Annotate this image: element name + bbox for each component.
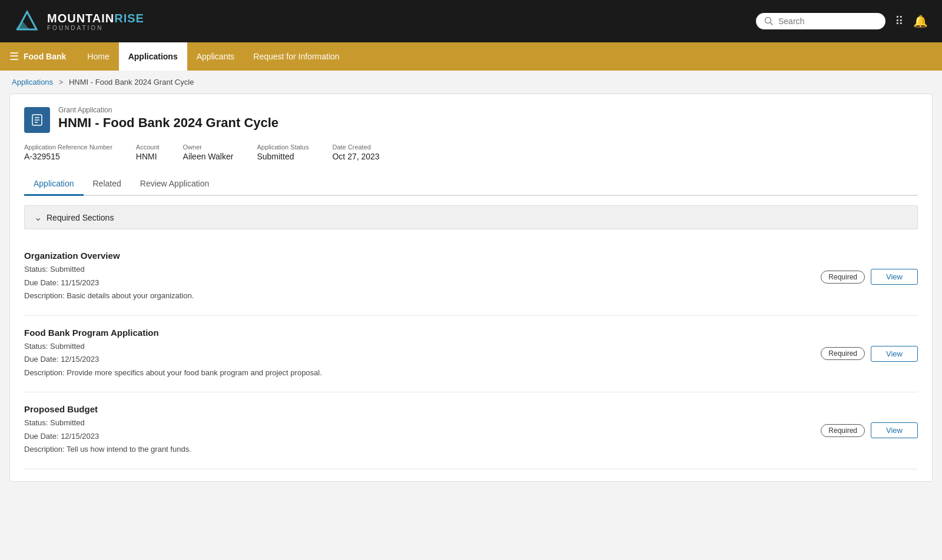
- meta-account: Account HNMI: [136, 144, 160, 161]
- meta-owner-value: Aileen Walker: [183, 152, 234, 161]
- tab-review-application[interactable]: Review Application: [131, 173, 219, 196]
- meta-status-label: Application Status: [257, 144, 309, 151]
- required-sections-header[interactable]: ⌄ Required Sections: [24, 205, 918, 229]
- nav-item-applicants[interactable]: Applicants: [187, 42, 244, 71]
- badge-required-org-overview: Required: [821, 271, 865, 284]
- meta-owner: Owner Aileen Walker: [183, 144, 234, 161]
- section-item-proposed-budget-info: Proposed Budget Status: Submitted Due Da…: [24, 404, 191, 457]
- section-status-org-overview: Status: Submitted: [24, 264, 194, 275]
- top-navigation: MOUNTAINRISE FOUNDATION ⠿ 🔔: [0, 0, 942, 42]
- search-icon: [764, 16, 774, 26]
- section-item-food-bank-program: Food Bank Program Application Status: Su…: [24, 316, 918, 393]
- search-box[interactable]: [756, 13, 885, 29]
- required-sections-label: Required Sections: [47, 213, 114, 222]
- meta-status: Application Status Submitted: [257, 144, 309, 161]
- tab-related[interactable]: Related: [84, 173, 131, 196]
- logo-text: MOUNTAINRISE FOUNDATION: [47, 12, 144, 31]
- logo-icon: [14, 8, 40, 34]
- svg-marker-1: [15, 21, 29, 29]
- search-input[interactable]: [778, 16, 877, 26]
- section-status-proposed-budget: Status: Submitted: [24, 417, 191, 429]
- secondary-navigation: ☰ Food Bank Home Applications Applicants…: [0, 42, 942, 71]
- brand-name: MOUNTAINRISE: [47, 12, 144, 25]
- section-title-org-overview: Organization Overview: [24, 251, 194, 261]
- meta-status-value: Submitted: [257, 152, 309, 161]
- section-item-proposed-budget: Proposed Budget Status: Submitted Due Da…: [24, 392, 918, 469]
- grant-label: Grant Application: [58, 106, 278, 114]
- section-item-food-bank-program-info: Food Bank Program Application Status: Su…: [24, 328, 322, 381]
- meta-row: Application Reference Number A-329515 Ac…: [24, 144, 918, 161]
- meta-account-value: HNMI: [136, 152, 160, 161]
- section-item-org-overview-info: Organization Overview Status: Submitted …: [24, 251, 194, 304]
- main-card: Grant Application HNMI - Food Bank 2024 …: [9, 94, 933, 482]
- meta-ref-num: Application Reference Number A-329515: [24, 144, 112, 161]
- meta-ref-num-label: Application Reference Number: [24, 144, 112, 151]
- grant-title: HNMI - Food Bank 2024 Grant Cycle: [58, 115, 278, 131]
- nav-item-rfi[interactable]: Request for Information: [244, 42, 349, 71]
- section-title-food-bank-program: Food Bank Program Application: [24, 328, 322, 338]
- meta-date-created: Date Created Oct 27, 2023: [332, 144, 379, 161]
- brand-sub: FOUNDATION: [47, 25, 144, 31]
- section-desc-food-bank-program: Description: Provide more specifics abou…: [24, 367, 322, 379]
- meta-account-label: Account: [136, 144, 160, 151]
- view-button-proposed-budget[interactable]: View: [871, 422, 918, 438]
- section-due-date-food-bank-program: Due Date: 12/15/2023: [24, 354, 322, 365]
- svg-line-3: [771, 23, 773, 25]
- section-desc-proposed-budget: Description: Tell us how intend to the g…: [24, 444, 191, 455]
- breadcrumb-link-applications[interactable]: Applications: [12, 78, 53, 86]
- view-button-food-bank-program[interactable]: View: [871, 346, 918, 362]
- notification-bell-icon[interactable]: 🔔: [913, 14, 928, 28]
- meta-date-created-value: Oct 27, 2023: [332, 152, 379, 161]
- tabs: Application Related Review Application: [24, 173, 918, 196]
- section-item-proposed-budget-actions: Required View: [821, 422, 918, 438]
- breadcrumb-current: HNMI - Food Bank 2024 Grant Cycle: [69, 78, 194, 86]
- breadcrumb-separator: >: [59, 78, 64, 86]
- section-item-org-overview: Organization Overview Status: Submitted …: [24, 239, 918, 316]
- tab-application[interactable]: Application: [24, 173, 84, 196]
- section-item-food-bank-program-actions: Required View: [821, 346, 918, 362]
- document-list-icon: [30, 113, 44, 127]
- section-item-org-overview-actions: Required View: [821, 269, 918, 285]
- app-header-text: Grant Application HNMI - Food Bank 2024 …: [58, 106, 278, 131]
- nav-item-home[interactable]: Home: [78, 42, 118, 71]
- section-due-date-org-overview: Due Date: 11/15/2023: [24, 277, 194, 289]
- meta-ref-num-value: A-329515: [24, 152, 112, 161]
- breadcrumb: Applications > HNMI - Food Bank 2024 Gra…: [0, 71, 942, 94]
- nav-item-applications[interactable]: Applications: [119, 42, 187, 71]
- section-due-date-proposed-budget: Due Date: 12/15/2023: [24, 431, 191, 442]
- chevron-down-icon: ⌄: [34, 212, 42, 223]
- org-label: Food Bank: [24, 52, 66, 61]
- section-title-proposed-budget: Proposed Budget: [24, 404, 191, 414]
- meta-date-created-label: Date Created: [332, 144, 379, 151]
- top-nav-right: ⠿ 🔔: [756, 13, 928, 29]
- hamburger-menu-icon[interactable]: ☰: [9, 50, 19, 63]
- badge-required-food-bank-program: Required: [821, 347, 865, 360]
- logo-area: MOUNTAINRISE FOUNDATION: [14, 8, 144, 34]
- grid-icon[interactable]: ⠿: [895, 14, 904, 28]
- app-header: Grant Application HNMI - Food Bank 2024 …: [24, 106, 918, 133]
- meta-owner-label: Owner: [183, 144, 234, 151]
- view-button-org-overview[interactable]: View: [871, 269, 918, 285]
- badge-required-proposed-budget: Required: [821, 424, 865, 437]
- section-status-food-bank-program: Status: Submitted: [24, 341, 322, 352]
- app-icon: [24, 107, 50, 133]
- section-desc-org-overview: Description: Basic details about your or…: [24, 290, 194, 302]
